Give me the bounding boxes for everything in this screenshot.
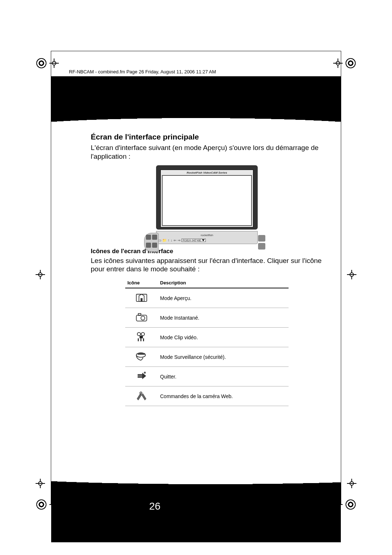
document-header: RF-NBCAM - combined.fm Page 26 Friday, A… bbox=[69, 69, 216, 74]
crop-mark bbox=[348, 271, 356, 279]
subsection-paragraph: Les icônes suivantes apparaissent sur l'… bbox=[91, 256, 323, 274]
table-row: Mode Aperçu. bbox=[125, 288, 289, 308]
app-brand: rocketfish bbox=[158, 234, 256, 237]
svg-point-5 bbox=[137, 332, 140, 336]
table-header-icon: Icône bbox=[125, 278, 158, 288]
preview-mode-icon bbox=[135, 292, 148, 303]
crop-mark bbox=[36, 271, 44, 279]
crop-mark bbox=[334, 58, 356, 68]
table-row: Commandes de la caméra Web. bbox=[125, 386, 289, 406]
up-arrow-icon[interactable]: ↑ bbox=[168, 238, 170, 242]
svg-point-4 bbox=[141, 316, 145, 320]
svg-rect-3 bbox=[138, 313, 141, 315]
page-number: 26 bbox=[149, 501, 160, 512]
settings-icon[interactable] bbox=[258, 243, 265, 250]
table-row: Mode Surveillance (sécurité). bbox=[125, 347, 289, 367]
table-cell-desc: Mode Instantané. bbox=[158, 308, 289, 328]
section-heading: Écran de l'interface principale bbox=[91, 133, 323, 141]
exit-icon[interactable] bbox=[258, 235, 265, 242]
svg-point-6 bbox=[141, 332, 144, 336]
svg-rect-7 bbox=[140, 336, 143, 338]
down-arrow-icon[interactable]: ↓ bbox=[171, 238, 172, 242]
snapshot-mode-icon bbox=[135, 312, 148, 323]
crop-mark bbox=[348, 479, 356, 487]
webcam-controls-icon bbox=[135, 390, 148, 401]
svg-point-11 bbox=[140, 392, 142, 394]
app-window-title: RocketFish VideoCAM Series bbox=[162, 171, 252, 174]
table-cell-desc: Commandes de la caméra Web. bbox=[158, 386, 289, 406]
svg-rect-1 bbox=[140, 298, 142, 301]
footer-band: 26 bbox=[51, 484, 341, 542]
table-header-description: Description bbox=[158, 278, 289, 288]
crop-mark bbox=[36, 479, 44, 487]
header-band bbox=[51, 76, 341, 118]
resolution-dropdown[interactable]: RGB24 640*480 bbox=[181, 239, 206, 242]
app-screenshot: RocketFish VideoCAM Series rocketfish ▭ … bbox=[156, 165, 258, 244]
table-row: Mode Clip vidéo. bbox=[125, 328, 289, 347]
surveillance-mode-icon bbox=[135, 351, 148, 362]
next-arrow-icon[interactable]: ⇒ bbox=[177, 238, 180, 242]
table-cell-desc: Mode Aperçu. bbox=[158, 288, 289, 308]
svg-point-10 bbox=[144, 372, 146, 373]
preview-mode-icon[interactable] bbox=[146, 235, 151, 240]
table-row: Mode Instantané. bbox=[125, 308, 289, 328]
svg-rect-2 bbox=[136, 315, 147, 321]
table-cell-desc: Mode Clip vidéo. bbox=[158, 328, 289, 347]
surveillance-mode-icon[interactable] bbox=[152, 243, 157, 248]
videoclip-mode-icon[interactable] bbox=[146, 243, 151, 248]
exit-icon bbox=[135, 370, 148, 381]
icon-description-table: Icône Description Mode Aperçu. Mode Inst… bbox=[125, 278, 289, 406]
subsection-heading: Icônes de l'ecran d'interface bbox=[91, 248, 323, 255]
toolbar-mode-icons bbox=[144, 233, 159, 252]
section-paragraph: L'écran d'interface suivant (en mode Ape… bbox=[91, 143, 323, 161]
videoclip-mode-icon bbox=[135, 331, 148, 342]
folder-icon[interactable]: 📁 bbox=[162, 238, 167, 242]
table-cell-desc: Mode Surveillance (sécurité). bbox=[158, 347, 289, 367]
app-toolbar: rocketfish ▭ 📁 ↑ ↓ ⇐ ⇒ RGB24 640*480 bbox=[156, 231, 258, 244]
prev-arrow-icon[interactable]: ⇐ bbox=[173, 238, 176, 242]
table-cell-desc: Quitter. bbox=[158, 367, 289, 386]
snapshot-mode-icon[interactable] bbox=[152, 235, 157, 240]
crop-mark bbox=[36, 58, 58, 68]
toolbar-right-icons bbox=[257, 233, 267, 252]
page-content: Écran de l'interface principale L'écran … bbox=[91, 133, 323, 406]
preview-area bbox=[162, 175, 252, 226]
table-row: Quitter. bbox=[125, 367, 289, 386]
